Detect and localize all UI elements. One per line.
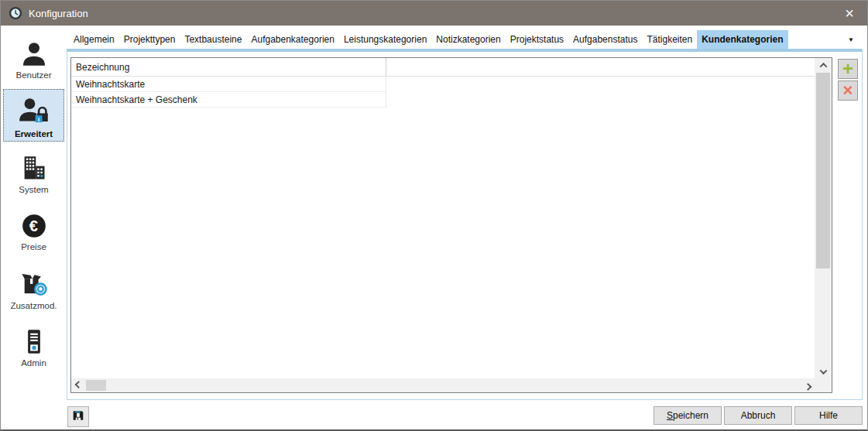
vertical-scrollbar[interactable]: [815, 58, 832, 378]
sidebar-item-admin[interactable]: Admin: [3, 324, 64, 371]
euro-circle-icon: €: [19, 209, 49, 242]
svg-text:i: i: [38, 115, 39, 122]
scroll-down-button[interactable]: [815, 364, 832, 378]
konfiguration-dialog: Konfiguration × Benutzer i: [0, 0, 868, 431]
scroll-down-icon: [819, 367, 827, 375]
delete-button[interactable]: ×: [838, 80, 858, 101]
add-button[interactable]: +: [838, 59, 858, 79]
list-item[interactable]: Weihnachtskarte: [71, 77, 386, 92]
horizontal-scrollbar[interactable]: [71, 378, 815, 392]
tab-textbausteine[interactable]: Textbausteine: [180, 30, 246, 49]
quick-save-button[interactable]: [67, 406, 89, 427]
sidebar-item-label: Benutzer: [15, 70, 51, 82]
tab-overflow-dropdown-icon[interactable]: ▼: [842, 30, 860, 49]
user-lock-icon: i: [19, 90, 50, 129]
sidebar-item-system[interactable]: System: [3, 151, 64, 197]
app-clock-icon: [9, 6, 22, 20]
vertical-scroll-thumb[interactable]: [816, 73, 830, 269]
column-header-bezeichnung[interactable]: Bezeichnung: [71, 58, 386, 76]
tab-aufgabenstatus[interactable]: Aufgabenstatus: [568, 30, 642, 49]
scroll-right-icon: [804, 382, 811, 390]
sidebar-item-label: System: [19, 185, 48, 197]
tab-taetigkeiten[interactable]: Tätigkeiten: [642, 30, 697, 49]
sidebar-item-label: Preise: [21, 242, 46, 254]
tab-leistungskategorien[interactable]: Leistungskategorien: [339, 30, 431, 49]
speichern-button[interactable]: Speichern: [654, 406, 722, 425]
sidebar-item-label: Erweitert: [15, 129, 53, 141]
scroll-left-button[interactable]: [71, 378, 85, 392]
buildings-icon: [20, 152, 48, 185]
tab-projektstatus[interactable]: Projektstatus: [506, 30, 568, 49]
scroll-right-button[interactable]: [801, 378, 815, 392]
user-icon: [20, 37, 48, 70]
list-item[interactable]: Weihnachtskarte + Geschenk: [71, 92, 386, 108]
sidebar-item-zusatzmod[interactable]: Zusatzmod.: [3, 267, 64, 313]
hilfe-button[interactable]: Hilfe: [794, 406, 863, 425]
sidebar-item-benutzer[interactable]: Benutzer: [3, 36, 64, 83]
speichern-label: peichern: [673, 410, 708, 421]
sidebar-item-erweitert[interactable]: i Erweitert: [3, 89, 64, 142]
speichern-label-mnemonic: S: [667, 410, 673, 421]
floppy-disk-icon: [71, 409, 85, 425]
abbruch-button[interactable]: Abbruch: [724, 406, 792, 425]
server-icon: [20, 325, 48, 358]
kundenkategorien-list: Bezeichnung Weihnachtskarte Weihnachtska…: [70, 57, 832, 393]
horizontal-scroll-thumb[interactable]: [86, 380, 106, 391]
tab-projekttypen[interactable]: Projekttypen: [119, 30, 180, 49]
tab-aufgabenkategorien[interactable]: Aufgabenkategorien: [246, 30, 338, 49]
tab-kundenkategorien[interactable]: Kundenkategorien: [697, 30, 787, 49]
sidebar-item-preise[interactable]: € Preise: [3, 208, 64, 255]
package-disc-icon: [19, 268, 49, 301]
titlebar[interactable]: Konfiguration ×: [1, 1, 867, 26]
scrollbar-corner: [815, 378, 832, 392]
scroll-up-icon: [819, 62, 827, 70]
scroll-up-button[interactable]: [815, 58, 832, 72]
scroll-left-icon: [74, 381, 82, 388]
close-button[interactable]: ×: [832, 1, 867, 26]
window-title: Konfiguration: [29, 8, 88, 19]
sidebar: Benutzer i Erweitert: [1, 26, 67, 431]
list-rows-area: Bezeichnung Weihnachtskarte Weihnachtska…: [71, 58, 815, 378]
tab-allgemein[interactable]: Allgemein: [69, 30, 119, 49]
tab-notizkategorien[interactable]: Notizkategorien: [431, 30, 505, 49]
sidebar-item-label: Zusatzmod.: [10, 301, 57, 313]
sidebar-item-label: Admin: [21, 358, 46, 370]
tab-bar: Allgemein Projekttypen Textbausteine Auf…: [69, 30, 788, 49]
svg-text:€: €: [29, 217, 37, 234]
list-header-row: Bezeichnung: [71, 58, 815, 77]
